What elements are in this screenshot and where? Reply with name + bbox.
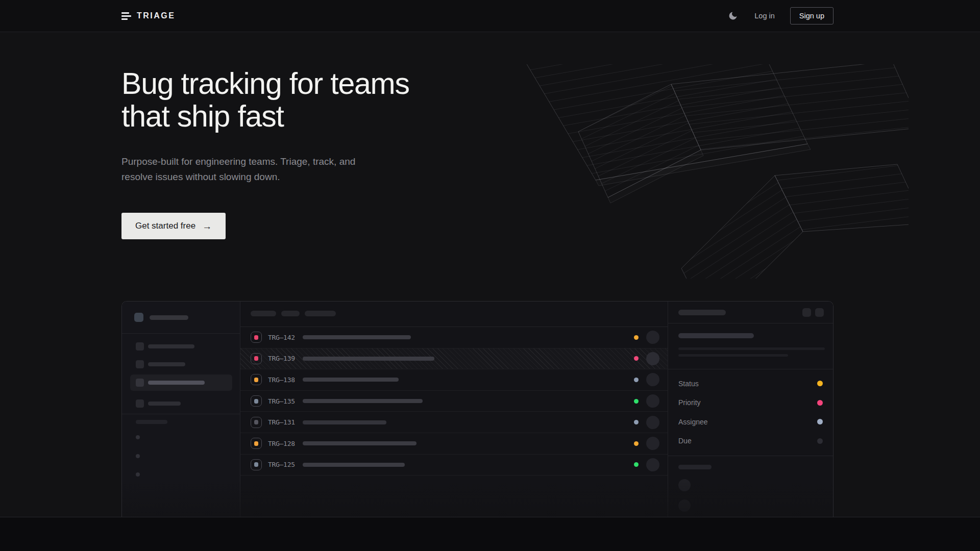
issue-type-icon — [251, 374, 262, 385]
avatar — [646, 394, 659, 408]
comment-avatar-placeholder — [678, 499, 691, 512]
issue-title-placeholder — [303, 378, 399, 382]
issue-row[interactable]: TRG–128 — [240, 433, 668, 455]
mockup-logo-placeholder — [134, 313, 143, 322]
theme-toggle-button[interactable] — [727, 10, 739, 22]
assignee-value-dot — [817, 419, 823, 424]
panel-action-button[interactable] — [802, 308, 811, 317]
field-row-status[interactable]: Status — [668, 374, 833, 393]
sidebar-dot-placeholder — [136, 472, 140, 477]
arrow-right-icon: → — [202, 221, 212, 231]
issue-id: TRG–135 — [268, 397, 298, 405]
issue-row[interactable]: TRG–131 — [240, 412, 668, 433]
avatar — [646, 458, 659, 471]
description-line-placeholder — [678, 347, 825, 350]
field-row-priority[interactable]: Priority — [668, 393, 833, 412]
sidebar-section-placeholder — [136, 420, 167, 424]
issue-row[interactable]: TRG–125 — [240, 455, 668, 476]
avatar — [646, 437, 659, 450]
issue-title-placeholder — [303, 441, 416, 445]
issue-type-icon — [251, 332, 262, 343]
issue-type-icon — [251, 353, 262, 364]
hero-title: Bug tracking for teams that ship fast — [121, 67, 834, 133]
footer-band — [0, 517, 980, 551]
issue-list-header — [240, 302, 668, 327]
signup-button[interactable]: Sign up — [790, 7, 834, 24]
issue-type-icon — [251, 417, 262, 428]
issue-detail-panel: Status Priority Assignee Due — [668, 302, 833, 549]
issue-id: TRG–138 — [268, 376, 298, 384]
sidebar-dot-placeholder — [136, 435, 140, 439]
placeholder-bar — [148, 381, 205, 385]
mockup-sidebar — [122, 302, 240, 549]
divider — [668, 369, 833, 369]
divider — [122, 333, 240, 334]
moon-icon — [728, 11, 738, 21]
issue-id: TRG–128 — [268, 440, 298, 447]
issue-id: TRG–125 — [268, 461, 298, 468]
avatar — [646, 416, 659, 429]
filter-pill-placeholder[interactable] — [305, 311, 336, 316]
panel-title-placeholder — [678, 310, 726, 315]
field-label: Due — [678, 437, 692, 445]
sidebar-dot-placeholder — [136, 454, 140, 458]
issue-row[interactable]: TRG–142 — [240, 327, 668, 348]
placeholder-bar — [150, 315, 188, 320]
issue-row[interactable]: TRG–138 — [240, 369, 668, 391]
priority-value-dot — [817, 400, 823, 406]
filter-pill-placeholder[interactable] — [281, 311, 300, 316]
issue-title-placeholder — [303, 399, 423, 403]
divider — [122, 414, 240, 414]
field-label: Status — [678, 380, 699, 388]
sidebar-nav-icon-placeholder[interactable] — [136, 342, 144, 350]
due-value-dot — [817, 438, 823, 444]
placeholder-bar — [148, 344, 194, 348]
app-mockup: TRG–142 TRG–139 TRG–138 — [121, 301, 834, 549]
issue-type-icon — [251, 459, 262, 470]
issue-id: TRG–139 — [268, 355, 298, 362]
divider — [668, 456, 833, 456]
get-started-button[interactable]: Get started free → — [121, 213, 226, 239]
comment-avatar-placeholder — [678, 479, 691, 491]
description-line-placeholder — [678, 354, 788, 357]
issue-row-selected[interactable]: TRG–139 — [240, 348, 668, 370]
filter-pill-placeholder[interactable] — [251, 311, 276, 316]
hero-subtitle: Purpose-built for engineering teams. Tri… — [121, 154, 361, 185]
brand-logo[interactable]: TRIAGE — [121, 11, 175, 20]
hero-title-line2: that ship fast — [121, 100, 834, 133]
field-label: Assignee — [678, 418, 708, 426]
sidebar-nav-icon-placeholder — [136, 379, 144, 387]
avatar — [646, 331, 659, 344]
issue-title-placeholder — [303, 463, 405, 467]
field-row-due[interactable]: Due — [668, 432, 833, 450]
navbar: TRIAGE Log in Sign up — [0, 0, 980, 32]
panel-action-button[interactable] — [815, 308, 824, 317]
issue-title-placeholder — [303, 335, 411, 339]
get-started-label: Get started free — [135, 221, 195, 231]
status-dot — [634, 462, 639, 467]
divider — [668, 323, 833, 323]
field-label: Priority — [678, 398, 701, 407]
comments-label-placeholder — [678, 465, 712, 469]
sidebar-nav-icon-placeholder[interactable] — [136, 399, 144, 408]
status-dot — [634, 335, 639, 340]
issue-type-icon — [251, 438, 262, 449]
login-link[interactable]: Log in — [754, 12, 775, 20]
status-value-dot — [817, 381, 823, 386]
sidebar-nav-icon-placeholder[interactable] — [136, 360, 144, 368]
hero-section: Bug tracking for teams that ship fast Pu… — [0, 32, 980, 517]
status-dot — [634, 356, 639, 361]
status-dot — [634, 378, 639, 382]
status-dot — [634, 420, 639, 424]
issue-id: TRG–131 — [268, 418, 298, 426]
issue-type-icon — [251, 395, 262, 407]
issue-list: TRG–142 TRG–139 TRG–138 — [240, 302, 668, 549]
issue-id: TRG–142 — [268, 334, 298, 341]
issue-row[interactable]: TRG–135 — [240, 391, 668, 412]
issue-title-placeholder — [303, 357, 434, 361]
triage-logo-icon — [121, 12, 131, 20]
field-row-assignee[interactable]: Assignee — [668, 412, 833, 431]
issue-title-placeholder — [678, 333, 754, 338]
status-dot — [634, 399, 639, 404]
placeholder-bar — [148, 402, 181, 406]
